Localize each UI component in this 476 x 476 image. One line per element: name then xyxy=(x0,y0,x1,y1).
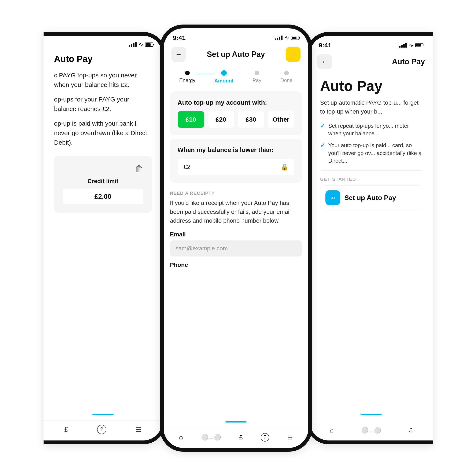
center-nav-home[interactable]: ⌂ xyxy=(179,433,183,441)
right-nav-activity[interactable]: ⚪⚊⚪ xyxy=(361,427,381,434)
center-nav-activity[interactable]: ⚪⚊⚪ xyxy=(201,434,221,441)
right-nav-bar: ⌂ ⚪⚊⚪ £ xyxy=(310,422,433,441)
left-blue-line xyxy=(92,414,114,415)
email-label: Email xyxy=(170,231,302,238)
right-nav-pound[interactable]: £ xyxy=(409,426,413,434)
left-nav-pound-icon: £ xyxy=(64,425,68,433)
step-line-3 xyxy=(261,74,280,74)
center-status-bar: 9:41 ∿ xyxy=(164,28,308,44)
progress-steps: Energy Amount Pay Done xyxy=(164,66,308,88)
right-description: Set up automatic PAYG top-u... forget to… xyxy=(320,98,422,116)
center-signal-icon xyxy=(275,35,283,40)
get-started-label: GET STARTED xyxy=(320,170,422,182)
center-nav-help[interactable]: ? xyxy=(261,433,269,442)
left-signal-icon xyxy=(129,42,136,47)
left-nav-menu-icon: ☰ xyxy=(135,425,141,433)
check-item-2: ✓ Your auto top-up is paid... card, so y… xyxy=(320,141,422,165)
lightning-button[interactable]: ⚡ xyxy=(286,47,301,62)
amount-10-button[interactable]: £10 xyxy=(178,111,204,128)
step-pay-label: Pay xyxy=(253,77,261,83)
activity-icon: ⚪⚊⚪ xyxy=(201,434,221,441)
step-pay: Pay xyxy=(253,71,261,83)
right-main-title: Auto Pay xyxy=(320,78,422,94)
amount-30-button[interactable]: £30 xyxy=(238,111,264,128)
right-back-button[interactable]: ← xyxy=(317,54,332,69)
credit-limit-box: 🗑 Credit limit £2.00 xyxy=(54,156,152,213)
left-body-text-1: c PAYG top-ups so you never when your ba… xyxy=(54,70,152,89)
credit-limit-value: £2.00 xyxy=(63,189,143,204)
right-header: ← Auto Pay xyxy=(310,51,433,73)
right-nav-pound-icon: £ xyxy=(409,426,413,434)
lock-icon: 🔒 xyxy=(281,163,289,171)
left-nav-menu[interactable]: ☰ xyxy=(135,425,141,433)
step-energy-dot xyxy=(185,71,190,75)
step-line-1 xyxy=(195,74,214,74)
step-done: Done xyxy=(280,71,292,83)
center-nav-pound[interactable]: £ xyxy=(239,434,243,441)
left-phone: ∿ Auto Pay c PAYG top-ups so you never w… xyxy=(44,32,166,444)
left-nav-help[interactable]: ? xyxy=(97,425,106,434)
left-nav-bar: £ ? ☰ xyxy=(44,420,162,441)
amount-row: £10 £20 £30 Other xyxy=(178,111,294,128)
left-body-text-2: op-ups for your PAYG your balance reache… xyxy=(54,95,152,114)
right-signal-icon xyxy=(399,43,407,48)
receipt-label: NEED A RECEIPT? xyxy=(170,190,302,196)
step-amount-dot xyxy=(221,70,227,76)
left-status-icons: ∿ xyxy=(129,42,153,48)
step-amount: Amount xyxy=(214,70,234,84)
step-pay-dot xyxy=(255,71,259,75)
center-nav-menu-icon: ☰ xyxy=(287,433,293,441)
center-battery-icon xyxy=(291,36,299,40)
right-time: 9:41 xyxy=(319,42,332,49)
amount-20-button[interactable]: £20 xyxy=(208,111,234,128)
center-header: ← Set up Auto Pay ⚡ xyxy=(164,44,308,66)
email-placeholder: sam@example.com xyxy=(175,245,228,252)
left-status-bar: ∿ xyxy=(44,36,162,50)
credit-limit-label: Credit limit xyxy=(87,178,118,185)
center-nav-menu[interactable]: ☰ xyxy=(287,433,293,441)
center-time: 9:41 xyxy=(173,34,186,41)
step-line-2 xyxy=(234,74,253,74)
balance-section: When my balance is lower than: £2 🔒 xyxy=(170,139,302,183)
right-nav-home[interactable]: ⌂ xyxy=(330,426,334,434)
step-amount-label: Amount xyxy=(214,78,234,84)
phone-label: Phone xyxy=(170,262,302,268)
left-title: Auto Pay xyxy=(54,54,152,64)
setup-autopay-label: Set up Auto Pay xyxy=(344,194,396,202)
scene: ∿ Auto Pay c PAYG top-ups so you never w… xyxy=(0,0,476,476)
right-back-arrow-icon: ← xyxy=(321,58,328,66)
center-nav-bar: ⌂ ⚪⚊⚪ £ ? ☰ xyxy=(164,429,308,448)
right-wifi-icon: ∿ xyxy=(409,42,413,48)
center-back-button[interactable]: ← xyxy=(171,47,186,62)
right-content: Auto Pay Set up automatic PAYG top-u... … xyxy=(310,73,433,214)
right-blue-line xyxy=(360,414,382,415)
topup-title: Auto top-up my account with: xyxy=(178,99,294,106)
email-input[interactable]: sam@example.com xyxy=(170,240,302,256)
center-status-icons: ∿ xyxy=(275,35,299,41)
left-nav-pound[interactable]: £ xyxy=(64,425,68,433)
left-body-text-3: op-up is paid with your bank ll never go… xyxy=(54,119,152,147)
receipt-section: NEED A RECEIPT? If you'd like a receipt … xyxy=(164,186,308,273)
back-arrow-icon: ← xyxy=(175,50,182,58)
right-phone: 9:41 ∿ ← Auto Pay Auto Pay Set up automa… xyxy=(306,32,433,444)
center-page-title: Set up Auto Pay xyxy=(207,50,265,59)
left-battery-icon xyxy=(145,43,153,47)
setup-autopay-button[interactable]: ∞ Set up Auto Pay xyxy=(320,186,422,210)
trash-icon[interactable]: 🗑 xyxy=(135,164,143,174)
left-wifi-icon: ∿ xyxy=(139,42,143,48)
right-status-bar: 9:41 ∿ xyxy=(310,36,433,51)
lightning-icon: ⚡ xyxy=(289,50,298,59)
amount-other-button[interactable]: Other xyxy=(268,111,294,128)
step-done-label: Done xyxy=(280,77,292,83)
right-activity-icon: ⚪⚊⚪ xyxy=(361,427,381,434)
balance-title: When my balance is lower than: xyxy=(178,146,294,153)
balance-field: £2 🔒 xyxy=(178,159,294,175)
center-nav-pound-icon: £ xyxy=(239,434,243,441)
right-home-icon: ⌂ xyxy=(330,426,334,434)
check-icon-1: ✓ xyxy=(320,122,325,129)
step-energy-label: Energy xyxy=(179,77,195,83)
check-text-2: Your auto top-up is paid... card, so you… xyxy=(328,141,422,165)
center-phone: 9:41 ∿ ← Set up Auto Pay ⚡ xyxy=(160,25,312,452)
right-page-title: Auto Pay xyxy=(392,57,425,66)
left-content: Auto Pay c PAYG top-ups so you never whe… xyxy=(44,50,162,412)
